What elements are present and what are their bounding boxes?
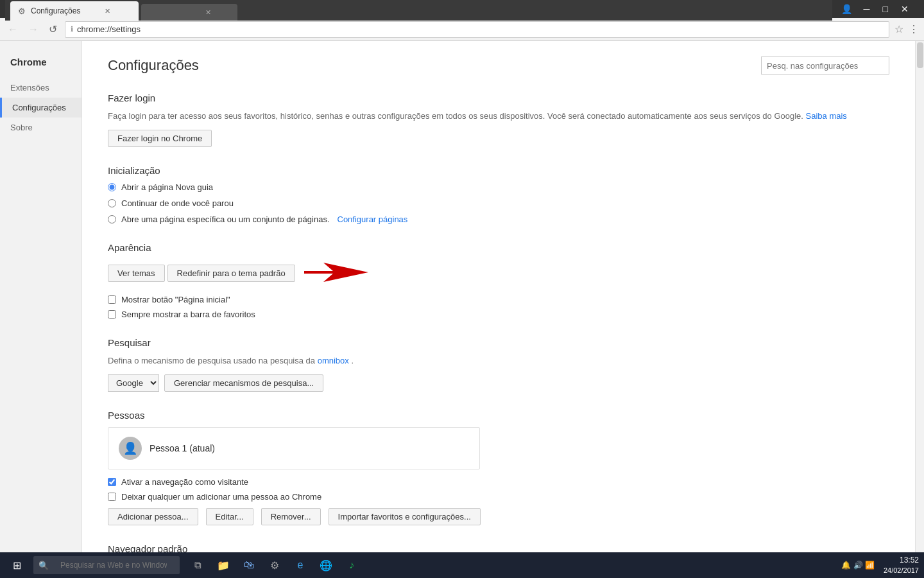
taskbar-clock: 13:52 24/02/2017 [884,555,919,575]
person-name: Pessoa 1 (atual) [150,443,215,453]
appearance-section: Aparência Ver temas Redefinir para o tem… [108,242,889,319]
reset-theme-btn[interactable]: Redefinir para o tema padrão [167,265,295,282]
appearance-title: Aparência [108,242,889,253]
back-btn[interactable]: ← [5,22,21,37]
tab-active[interactable]: ⚙ Configurações ✕ [10,1,139,21]
edit-person-btn[interactable]: Editar... [206,508,253,525]
taskbar-right: 🔔 🔊 📶 13:52 24/02/2017 [841,555,919,575]
search-section: Pesquisar Defina o mecanismo de pesquisa… [108,337,889,392]
search-engine-select[interactable]: Google [108,374,159,392]
avatar-icon: 👤 [123,441,137,455]
import-bookmarks-btn[interactable]: Importar favoritos e configurações... [329,508,481,525]
login-section: Fazer login Faça login para ter acesso a… [108,92,889,147]
tab-close-inactive-btn[interactable]: ✕ [205,8,211,17]
show-home-btn-checkbox[interactable]: Mostrar botão "Página inicial" [108,295,889,304]
theme-buttons-row: Ver temas Redefinir para o tema padrão [108,265,298,282]
guest-navigation-checkbox[interactable]: Ativar a navegação como visitante [108,477,889,487]
scroll-thumb[interactable] [917,42,923,68]
appearance-checkboxes: Mostrar botão "Página inicial" Sempre mo… [108,295,889,319]
taskbar-left: ⊞ 🔍 ⧉ 📁 🛍 ⚙ e 🌐 ♪ [5,552,362,578]
windows-icon: ⊞ [13,559,21,572]
maximize-btn[interactable]: □ [878,3,893,15]
person-avatar: 👤 [119,437,142,460]
login-title: Fazer login [108,92,889,103]
red-arrow-annotation [304,259,368,287]
initialization-section: Inicialização Abrir a página Nova guia C… [108,165,889,224]
tab-bar: ⚙ Configurações ✕ ✕ [5,0,832,21]
guest-navigation-input[interactable] [108,478,116,486]
people-buttons: Adicionar pessoa... Editar... Remover...… [108,508,889,525]
page-title: Configurações [108,57,199,74]
menu-btn[interactable]: ⋮ [909,23,919,35]
people-section: Pessoas 👤 Pessoa 1 (atual) Ativar a nave… [108,410,889,525]
spotify-icon[interactable]: ♪ [341,555,362,575]
startup-radio-group: Abrir a página Nova guia Continuar de on… [108,182,889,224]
title-bar: ⚙ Configurações ✕ ✕ 👤 ─ □ ✕ [0,0,924,18]
startup-radio-2[interactable] [108,199,116,207]
taskbar: ⊞ 🔍 ⧉ 📁 🛍 ⚙ e 🌐 ♪ 🔔 🔊 📶 13:52 24/02/2017 [0,552,924,578]
search-engine-row: Google Gerenciar mecanismos de pesquisa.… [108,374,889,392]
chrome-icon[interactable]: 🌐 [316,555,336,575]
sidebar-item-about[interactable]: Sobre [0,118,81,137]
login-desc: Faça login para ter acesso aos seus favo… [108,110,889,123]
clock-time: 13:52 [884,555,919,566]
startup-radio-1[interactable] [108,183,116,191]
people-checkboxes: Ativar a navegação como visitante Deixar… [108,477,889,502]
saiba-mais-link[interactable]: Saiba mais [806,111,847,121]
add-person-btn[interactable]: Adicionar pessoa... [108,508,198,525]
edge-icon[interactable]: e [290,555,311,575]
lock-icon: ℹ [71,25,73,33]
show-bookmarks-input[interactable] [108,310,116,319]
configure-pages-link[interactable]: Configurar páginas [338,215,408,224]
show-home-input[interactable] [108,295,116,304]
taskbar-search-input[interactable] [53,556,175,574]
title-bar-controls: 👤 ─ □ ✕ [832,0,919,18]
start-button[interactable]: ⊞ [5,552,28,578]
minimize-btn[interactable]: ─ [859,3,875,15]
main-layout: Chrome Extensões Configurações Sobre Con… [0,41,924,552]
startup-option-2[interactable]: Continuar de onde você parou [108,198,889,208]
people-title: Pessoas [108,410,889,421]
clock-date: 24/02/2017 [884,566,919,575]
add-person-checkbox[interactable]: Deixar qualquer um adicionar uma pessoa … [108,492,889,502]
profile-icon[interactable]: 👤 [837,3,856,15]
tab-close-btn[interactable]: ✕ [105,7,110,15]
search-input[interactable] [761,57,889,74]
startup-radio-3[interactable] [108,215,116,223]
sidebar: Chrome Extensões Configurações Sobre [0,41,82,552]
startup-option-3[interactable]: Abre uma página específica ou um conjunt… [108,215,889,224]
tab-active-label: Configurações [31,6,80,15]
settings-icon-taskbar[interactable]: ⚙ [264,555,285,575]
sidebar-item-extensions[interactable]: Extensões [0,78,81,98]
tab-inactive[interactable]: ✕ [141,4,237,21]
settings-icon: ⚙ [18,6,26,16]
system-tray-icons: 🔔 🔊 📶 [841,561,875,570]
search-title: Pesquisar [108,337,889,348]
close-btn[interactable]: ✕ [896,3,914,15]
initialization-title: Inicialização [108,165,889,176]
task-view-btn[interactable]: ⧉ [187,555,208,575]
reload-btn[interactable]: ↺ [46,22,60,37]
taskbar-search-icon: 🔍 [38,561,49,570]
startup-option-1[interactable]: Abrir a página Nova guia [108,182,889,192]
store-icon[interactable]: 🛍 [239,555,259,575]
omnibox-link[interactable]: omnibox [318,356,349,365]
scrollbar[interactable] [915,41,924,552]
show-bookmarks-bar-checkbox[interactable]: Sempre mostrar a barra de favoritos [108,310,889,319]
manage-search-engines-btn[interactable]: Gerenciar mecanismos de pesquisa... [164,374,323,392]
search-desc: Defina o mecanismo de pesquisa usado na … [108,355,889,368]
remove-person-btn[interactable]: Remover... [261,508,321,525]
ver-temas-btn[interactable]: Ver temas [108,265,165,282]
explorer-icon[interactable]: 📁 [213,555,234,575]
default-browser-section: Navegador padrão Fazer do Google Chrome … [108,543,889,552]
login-chrome-btn[interactable]: Fazer login no Chrome [108,130,212,147]
url-bar[interactable]: ℹ chrome://settings [65,21,889,38]
bookmark-btn[interactable]: ☆ [894,23,903,35]
taskbar-search-box[interactable]: 🔍 [33,556,180,574]
add-person-input[interactable] [108,493,116,501]
person-card[interactable]: 👤 Pessoa 1 (atual) [108,427,480,469]
red-arrow-svg [304,259,368,285]
sidebar-item-settings[interactable]: Configurações [0,98,81,118]
forward-btn[interactable]: → [26,22,41,37]
default-browser-title: Navegador padrão [108,543,889,552]
